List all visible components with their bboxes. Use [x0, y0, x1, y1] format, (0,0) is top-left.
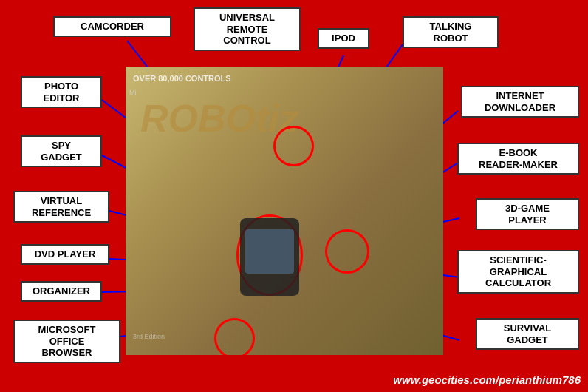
3d-game-player-label: 3D-GAME PLAYER: [476, 198, 579, 230]
camcorder-label: CAMCORDER: [53, 16, 171, 37]
survival-gadget-label: SURVIVAL GADGET: [476, 318, 579, 350]
photo-editor-label: PHOTO EDITOR: [21, 76, 102, 108]
dvd-player-label: DVD PLAYER: [21, 244, 109, 265]
website-url: www.geocities.com/perianthium786: [393, 374, 581, 386]
ms-office-browser-label: MICROSOFT OFFICE BROWSER: [13, 320, 120, 363]
universal-remote-label: UNIVERSAL REMOTE CONTROL: [194, 7, 301, 51]
center-image: ROBOtiz OVER 80,000 CONTROLS Mi 3rd Edit…: [126, 67, 443, 355]
ipod-label: iPOD: [318, 28, 369, 49]
spy-gadget-label: SPY GADGET: [21, 135, 102, 167]
scientific-calculator-label: SCIENTIFIC- GRAPHICAL CALCULATOR: [457, 250, 579, 294]
virtual-reference-label: VIRTUAL REFERENCE: [13, 191, 109, 223]
internet-downloader-label: INTERNET DOWNLOADER: [461, 86, 579, 118]
ebook-reader-label: E-BOOK READER-MAKER: [457, 143, 579, 175]
talking-robot-label: TALKING ROBOT: [403, 16, 499, 48]
organizer-label: ORGANIZER: [21, 281, 102, 302]
